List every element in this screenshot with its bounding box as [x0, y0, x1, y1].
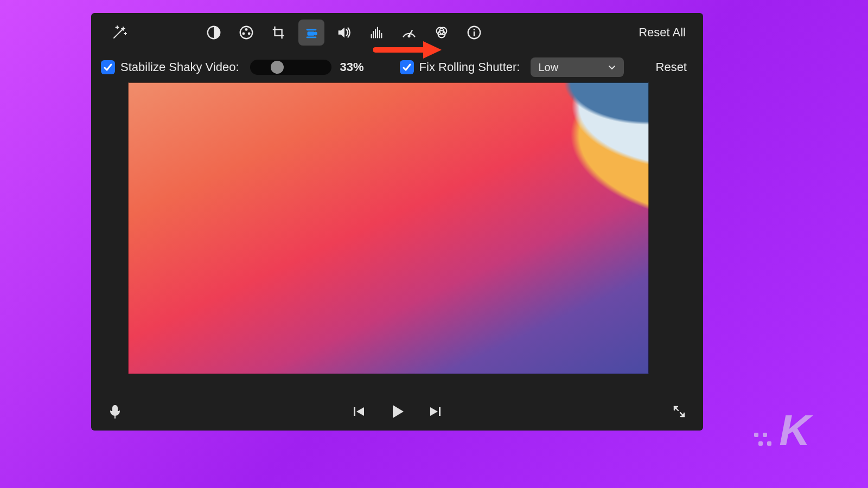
watermark-logo: K: [751, 406, 808, 455]
rolling-shutter-checkbox[interactable]: [400, 60, 414, 74]
previous-icon[interactable]: [349, 402, 369, 421]
svg-point-10: [242, 32, 245, 35]
rolling-shutter-value: Low: [538, 61, 558, 74]
magic-wand-icon[interactable]: [106, 20, 132, 46]
stabilization-icon[interactable]: [298, 20, 324, 46]
stabilize-slider[interactable]: [250, 60, 331, 75]
svg-point-28: [474, 29, 475, 30]
noise-reduction-icon[interactable]: [363, 20, 390, 46]
preview-area: [91, 82, 703, 393]
svg-rect-37: [758, 441, 763, 446]
svg-point-9: [245, 28, 248, 31]
svg-rect-15: [307, 37, 317, 38]
playback-controls: [91, 393, 703, 431]
svg-line-0: [114, 29, 123, 38]
svg-rect-38: [767, 441, 771, 446]
inspector-panel: Reset All Stabilize Shaky Video: 33% Fix…: [91, 13, 703, 431]
svg-point-23: [409, 35, 410, 37]
svg-rect-32: [354, 407, 355, 416]
rolling-shutter-select[interactable]: Low: [531, 57, 624, 77]
crop-icon[interactable]: [266, 20, 292, 46]
video-preview: [128, 82, 649, 374]
color-balance-icon[interactable]: [201, 20, 227, 46]
next-icon[interactable]: [425, 402, 445, 421]
svg-rect-12: [307, 29, 317, 30]
svg-rect-33: [439, 407, 441, 416]
chevron-down-icon: [608, 63, 616, 72]
options-row: Stabilize Shaky Video: 33% Fix Rolling S…: [91, 52, 703, 82]
svg-rect-35: [754, 433, 758, 437]
play-icon[interactable]: [387, 402, 407, 421]
svg-point-11: [248, 32, 251, 35]
reset-button[interactable]: Reset: [656, 60, 687, 74]
microphone-icon[interactable]: [105, 402, 125, 421]
svg-rect-13: [308, 31, 315, 36]
toolbar: Reset All: [91, 13, 703, 52]
fullscreen-icon[interactable]: [669, 402, 689, 421]
watermark-letter: K: [779, 406, 808, 455]
speed-icon[interactable]: [396, 20, 422, 46]
stabilize-percent: 33%: [340, 60, 364, 74]
svg-rect-36: [763, 433, 767, 437]
toolbar-tabs: [197, 20, 490, 46]
color-filter-icon[interactable]: [429, 20, 455, 46]
reset-all-button[interactable]: Reset All: [639, 25, 686, 40]
stabilize-label: Stabilize Shaky Video:: [120, 60, 239, 74]
slider-thumb[interactable]: [271, 61, 284, 74]
stabilize-checkbox[interactable]: [101, 60, 115, 74]
volume-icon[interactable]: [331, 20, 357, 46]
color-correction-icon[interactable]: [233, 20, 259, 46]
svg-point-14: [314, 32, 317, 36]
rolling-shutter-label: Fix Rolling Shutter:: [419, 60, 520, 74]
info-icon[interactable]: [461, 20, 487, 46]
